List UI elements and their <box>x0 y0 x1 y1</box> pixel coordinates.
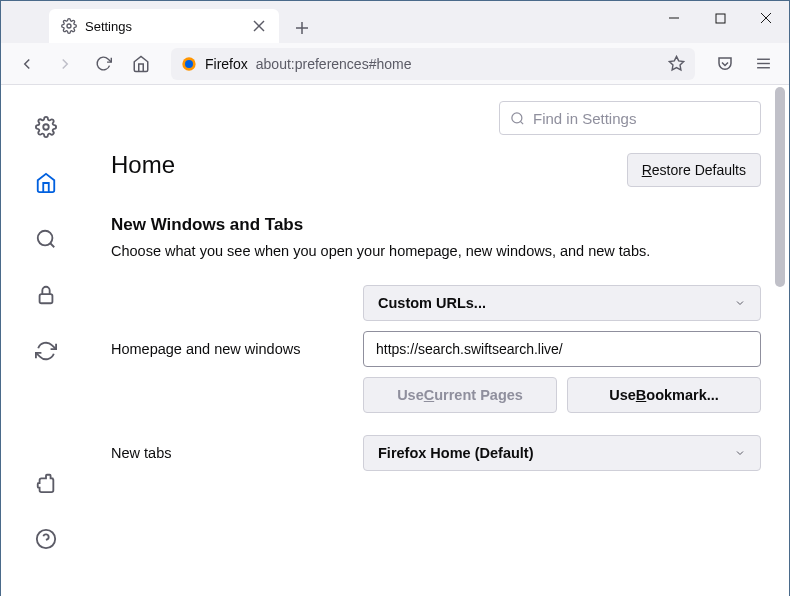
svg-rect-6 <box>716 14 725 23</box>
sidebar-extensions-icon[interactable] <box>32 469 60 497</box>
svg-point-0 <box>67 24 71 28</box>
svg-point-16 <box>38 231 53 246</box>
urlbar-brand: Firefox <box>205 56 248 72</box>
minimize-button[interactable] <box>651 1 697 35</box>
section-description: Choose what you see when you open your h… <box>91 243 761 259</box>
firefox-brand-icon <box>181 56 197 72</box>
settings-search-input[interactable]: Find in Settings <box>499 101 761 135</box>
homepage-label: Homepage and new windows <box>111 285 363 357</box>
homepage-mode-select[interactable]: Custom URLs... <box>363 285 761 321</box>
use-current-pages-button[interactable]: Use Current Pages <box>363 377 557 413</box>
close-tab-button[interactable] <box>251 18 267 34</box>
svg-point-10 <box>185 60 193 68</box>
scrollbar-thumb[interactable] <box>775 87 785 287</box>
tab-title: Settings <box>85 19 243 34</box>
svg-point-21 <box>512 112 522 122</box>
sidebar-help-icon[interactable] <box>32 525 60 553</box>
url-bar[interactable]: Firefox about:preferences#home <box>171 48 695 80</box>
svg-rect-18 <box>40 294 53 303</box>
urlbar-url: about:preferences#home <box>256 56 412 72</box>
back-button[interactable] <box>11 48 43 80</box>
newtabs-select[interactable]: Firefox Home (Default) <box>363 435 761 471</box>
search-icon <box>510 111 525 126</box>
home-button[interactable] <box>125 48 157 80</box>
menu-button[interactable] <box>747 48 779 80</box>
maximize-button[interactable] <box>697 1 743 35</box>
restore-defaults-button[interactable]: Restore Defaults <box>627 153 761 187</box>
page-title: Home <box>111 151 175 179</box>
close-window-button[interactable] <box>743 1 789 35</box>
sidebar-sync-icon[interactable] <box>32 337 60 365</box>
tab-settings[interactable]: Settings <box>49 9 279 43</box>
bookmark-star-icon[interactable] <box>668 55 685 72</box>
forward-button[interactable] <box>49 48 81 80</box>
search-placeholder: Find in Settings <box>533 110 636 127</box>
chevron-down-icon <box>734 447 746 459</box>
sidebar-search-icon[interactable] <box>32 225 60 253</box>
newtabs-label: New tabs <box>111 445 363 461</box>
use-bookmark-button[interactable]: Use Bookmark... <box>567 377 761 413</box>
sidebar-general-icon[interactable] <box>32 113 60 141</box>
toolbar: Firefox about:preferences#home <box>1 43 789 85</box>
reload-button[interactable] <box>87 48 119 80</box>
settings-sidebar <box>1 85 91 596</box>
svg-marker-11 <box>669 56 683 69</box>
svg-line-17 <box>50 243 54 247</box>
sidebar-home-icon[interactable] <box>32 169 60 197</box>
svg-line-22 <box>520 121 523 124</box>
settings-main: Find in Settings Home Restore Defaults N… <box>91 85 789 596</box>
chevron-down-icon <box>734 297 746 309</box>
sidebar-privacy-icon[interactable] <box>32 281 60 309</box>
new-tab-button[interactable] <box>287 13 317 43</box>
homepage-url-input[interactable] <box>363 331 761 367</box>
svg-point-15 <box>43 124 49 130</box>
tab-strip: Settings <box>1 1 789 43</box>
section-title: New Windows and Tabs <box>91 215 761 235</box>
gear-icon <box>61 18 77 34</box>
pocket-button[interactable] <box>709 48 741 80</box>
